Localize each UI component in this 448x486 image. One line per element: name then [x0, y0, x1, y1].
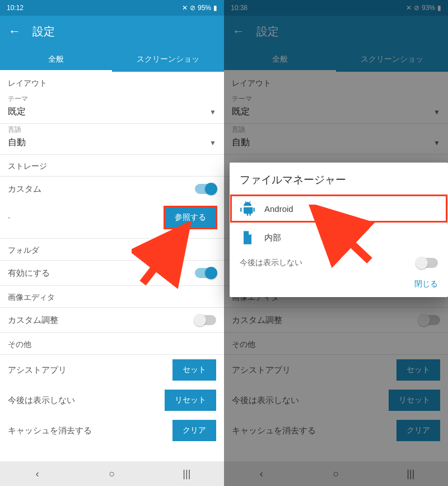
screen-right: 10:38 ✕ ⊘ 93% ▮ ← 設定 全般 スクリーンショッ レイアウト テ… — [224, 0, 448, 486]
section-storage: ストレージ — [0, 155, 224, 176]
screen-left: 10:12 ✕ ⊘ 95% ▮ ← 設定 全般 スクリーンショッ レイアウト テ… — [0, 0, 224, 486]
lang-label: 言語 — [224, 124, 448, 135]
status-icons: ✕ ⊘ 93% ▮ — [406, 4, 441, 12]
navbar: ‹ ○ ||| — [0, 461, 224, 486]
hide-row: 今後は表示しない リセット — [0, 385, 224, 415]
battery-text: 93% — [422, 4, 435, 12]
chevron-down-icon: ▼ — [209, 108, 216, 116]
back-arrow-icon[interactable]: ← — [7, 24, 22, 39]
section-layout: レイアウト — [0, 72, 224, 93]
section-editor: 画像エディタ — [0, 286, 224, 307]
chevron-down-icon: ▼ — [433, 139, 440, 147]
path-value: - — [8, 213, 11, 222]
tab-general[interactable]: 全般 — [224, 47, 336, 72]
mute-icon: ✕ — [406, 4, 412, 12]
titlebar: ← 設定 — [0, 16, 224, 47]
navbar: ‹ ○ ||| — [224, 461, 448, 486]
mute-icon: ✕ — [182, 4, 188, 12]
do-not-disturb-icon: ⊘ — [190, 4, 195, 12]
chevron-down-icon: ▼ — [209, 139, 216, 147]
annotation-arrow — [132, 221, 199, 289]
annotation-arrow — [291, 205, 375, 272]
android-icon — [240, 201, 255, 216]
dialog-actions: 閉じる — [230, 276, 448, 297]
battery-icon: ▮ — [213, 4, 217, 12]
status-time: 10:12 — [7, 4, 24, 12]
lang-dropdown[interactable]: 自動 ▼ — [224, 135, 448, 155]
theme-value: 既定 — [8, 106, 26, 118]
statusbar: 10:12 ✕ ⊘ 95% ▮ — [0, 0, 224, 16]
enable-label: 有効にする — [8, 268, 50, 279]
adjust-label: カスタム調整 — [8, 315, 58, 326]
theme-dropdown[interactable]: 既定 ▼ — [224, 104, 448, 124]
statusbar: 10:38 ✕ ⊘ 93% ▮ — [224, 0, 448, 16]
page-title: 設定 — [256, 24, 279, 39]
nav-home-icon[interactable]: ○ — [74, 468, 149, 480]
section-other: その他 — [0, 333, 224, 354]
status-icons: ✕ ⊘ 95% ▮ — [182, 4, 217, 12]
section-layout: レイアウト — [224, 72, 448, 93]
dialog-item-label: Android — [264, 204, 293, 214]
lang-label: 言語 — [0, 124, 224, 135]
custom-label: カスタム — [8, 184, 41, 195]
cache-row: キャッシュを消去する クリア — [0, 415, 224, 446]
reset-button[interactable]: リセット — [165, 390, 216, 411]
tab-general[interactable]: 全般 — [0, 47, 112, 72]
close-button[interactable]: 閉じる — [414, 279, 438, 289]
back-arrow-icon[interactable]: ← — [231, 24, 246, 39]
svg-line-1 — [143, 233, 182, 283]
set-button[interactable]: セット — [172, 359, 216, 381]
custom-toggle[interactable] — [195, 184, 216, 194]
lang-value: 自動 — [8, 137, 26, 149]
battery-text: 95% — [198, 4, 211, 12]
status-time: 10:38 — [231, 4, 248, 12]
tabs: 全般 スクリーンショッ — [224, 47, 448, 72]
adjust-row[interactable]: カスタム調整 — [0, 308, 224, 332]
cache-label: キャッシュを消去する — [8, 425, 92, 436]
tabs: 全般 スクリーンショッ — [0, 47, 224, 72]
clear-button[interactable]: クリア — [172, 420, 216, 441]
dialog-title: ファイルマネージャー — [230, 163, 448, 194]
nav-recent-icon[interactable]: ||| — [150, 468, 224, 480]
dont-show-toggle[interactable] — [417, 258, 438, 268]
nav-recent-icon[interactable]: ||| — [374, 468, 448, 480]
hide-label: 今後は表示しない — [8, 395, 75, 406]
theme-label: テーマ — [0, 93, 224, 104]
chevron-down-icon: ▼ — [433, 108, 440, 116]
dialog-item-label: 内部 — [264, 233, 281, 243]
page-title: 設定 — [32, 24, 55, 39]
do-not-disturb-icon: ⊘ — [414, 4, 419, 12]
theme-label: テーマ — [224, 93, 448, 104]
tab-screenshot[interactable]: スクリーンショッ — [112, 47, 224, 72]
theme-dropdown[interactable]: 既定 ▼ — [0, 104, 224, 124]
custom-row[interactable]: カスタム — [0, 177, 224, 201]
nav-back-icon[interactable]: ‹ — [224, 468, 298, 480]
titlebar: ← 設定 — [224, 16, 448, 47]
assist-row: アシストアプリ セット — [0, 355, 224, 385]
nav-back-icon[interactable]: ‹ — [0, 468, 74, 480]
nav-home-icon[interactable]: ○ — [298, 468, 373, 480]
file-icon — [240, 230, 255, 246]
lang-dropdown[interactable]: 自動 ▼ — [0, 135, 224, 155]
assist-label: アシストアプリ — [8, 365, 67, 376]
battery-icon: ▮ — [437, 4, 441, 12]
svg-line-3 — [319, 213, 370, 261]
tab-screenshot[interactable]: スクリーンショッ — [336, 47, 448, 72]
adjust-toggle[interactable] — [195, 315, 216, 325]
